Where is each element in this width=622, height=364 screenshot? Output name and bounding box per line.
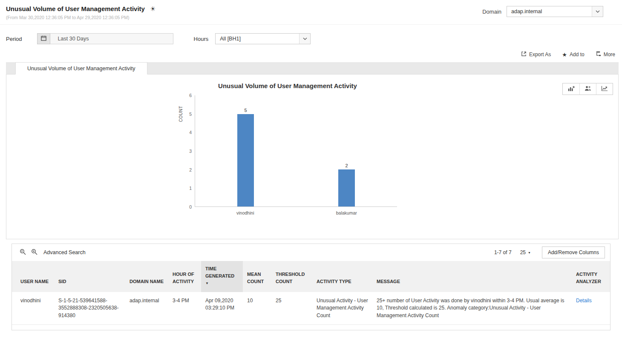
chart-x-labels: vinodhinibalakumar	[195, 210, 397, 215]
export-icon	[521, 51, 527, 58]
column-header-threshold-count[interactable]: THRESHOLD COUNT	[271, 261, 312, 292]
caret-down-icon: ▼	[528, 251, 531, 254]
users-icon	[585, 86, 591, 92]
chart-panel: Unusual Volume of User Management Activi…	[6, 74, 619, 239]
x-axis-label: balakumar	[296, 210, 397, 215]
hours-label: Hours	[194, 36, 209, 42]
bar-slot-vinodhini[interactable]: 5	[195, 95, 296, 206]
column-header-activity-analyzer[interactable]: ACTIVITY ANALYZER	[572, 261, 610, 292]
bar-chart-plus-icon	[568, 86, 575, 93]
users-view-button[interactable]	[579, 83, 596, 95]
more-button[interactable]: More	[596, 51, 615, 58]
calendar-icon	[41, 35, 46, 42]
search-button[interactable]	[17, 247, 29, 258]
domain-select-value: adap.internal	[507, 9, 542, 14]
cell-domain-name: adap.internal	[125, 292, 168, 325]
pagination-status: 1-7 of 7	[494, 249, 512, 255]
page-header: Unusual Volume of User Management Activi…	[0, 0, 622, 25]
column-header-hour-of-activity[interactable]: HOUR OF ACTIVITY	[168, 261, 201, 292]
column-header-sid[interactable]: SID	[54, 261, 125, 292]
column-header-activity-type[interactable]: ACTIVITY TYPE	[312, 261, 372, 292]
bar-value-label: 5	[244, 108, 247, 113]
line-chart-icon	[601, 86, 608, 92]
cell-time-generated: Apr 09,2020 03:29:10 PM	[201, 292, 243, 325]
column-header-time-generated[interactable]: TIME GENERATED ▼	[201, 261, 243, 292]
bar-slot-balakumar[interactable]: 2	[296, 95, 397, 206]
add-to-button[interactable]: ★ Add to	[562, 52, 584, 57]
insights-icon[interactable]: ☀	[150, 6, 156, 12]
search-icon	[20, 249, 26, 256]
column-header-user-name[interactable]: USER NAME	[12, 261, 54, 292]
page-title: Unusual Volume of User Management Activi…	[6, 5, 145, 12]
period-input[interactable]: Last 30 Days	[50, 33, 173, 44]
chart-toolbar	[562, 83, 613, 95]
hours-select-value: All [BH1]	[216, 36, 241, 42]
cell-message: 25+ number of User Activity was done by …	[372, 292, 572, 325]
chart-y-axis: 0123456	[184, 95, 195, 207]
chart: Unusual Volume of User Management Activi…	[177, 82, 398, 215]
y-tick-label: 1	[189, 186, 192, 191]
cell-activity-type: Unusual Activity - User Management Activ…	[312, 292, 372, 325]
results-table: USER NAME SID DOMAIN NAME HOUR OF ACTIVI…	[12, 261, 610, 325]
column-header-domain-name[interactable]: DOMAIN NAME	[125, 261, 168, 292]
cell-activity-analyzer: Details	[572, 292, 610, 325]
actions-row: Export As ★ Add to More	[0, 44, 622, 62]
column-header-mean-count[interactable]: MEAN COUNT	[243, 261, 271, 292]
cell-user-name: vinodhini	[12, 292, 54, 325]
hours-select[interactable]: All [BH1]	[215, 33, 311, 44]
chart-plot: 52	[195, 95, 397, 207]
table-header-row: USER NAME SID DOMAIN NAME HOUR OF ACTIVI…	[12, 261, 610, 292]
domain-block: Domain adap.internal	[482, 6, 603, 17]
column-header-message[interactable]: MESSAGE	[372, 261, 572, 292]
advanced-search-button[interactable]	[29, 247, 40, 258]
chevron-down-icon	[299, 34, 310, 44]
sort-desc-icon: ▼	[205, 282, 239, 285]
table-row: vinodhiniS-1-5-21-539641588-3552888308-2…	[12, 292, 610, 325]
y-tick-label: 4	[189, 130, 192, 135]
add-chart-button[interactable]	[563, 83, 579, 95]
y-tick-label: 0	[189, 204, 192, 209]
y-tick-label: 6	[189, 93, 192, 98]
y-tick-label: 2	[189, 167, 192, 172]
bar-value-label: 2	[345, 163, 348, 168]
bar-balakumar[interactable]	[338, 169, 355, 206]
page-size-select[interactable]: 25 ▼	[520, 249, 531, 255]
table-body: vinodhiniS-1-5-21-539641588-3552888308-2…	[12, 292, 610, 325]
x-axis-label: vinodhini	[195, 210, 296, 215]
chevron-down-icon	[592, 6, 603, 17]
calendar-button[interactable]	[37, 33, 50, 44]
results-panel: Advanced Search 1-7 of 7 25 ▼ Add/Remove…	[12, 244, 610, 330]
tab-bar: Unusual Volume of User Management Activi…	[6, 62, 619, 74]
tab-unusual-volume[interactable]: Unusual Volume of User Management Activi…	[15, 62, 147, 75]
cell-sid: S-1-5-21-539641588-3552888308-2320505638…	[54, 292, 125, 325]
filter-row: Period Last 30 Days Hours All [BH1]	[0, 25, 622, 44]
cell-mean-count: 10	[243, 292, 271, 325]
y-axis-title: COUNT	[177, 95, 184, 207]
y-tick-label: 5	[189, 112, 192, 117]
line-chart-button[interactable]	[596, 83, 613, 95]
period-label: Period	[6, 36, 22, 42]
report-date-range: (From Mar 30,2020 12:36:05 PM to Apr 29,…	[6, 15, 156, 20]
domain-label: Domain	[482, 9, 501, 15]
search-plus-icon	[31, 249, 37, 256]
star-icon: ★	[562, 52, 567, 57]
table-toolbar: Advanced Search 1-7 of 7 25 ▼ Add/Remove…	[12, 244, 610, 261]
cell-hour-of-activity: 3-4 PM	[168, 292, 201, 325]
chart-title: Unusual Volume of User Management Activi…	[177, 82, 398, 89]
export-as-button[interactable]: Export As	[521, 51, 551, 58]
advanced-search-label[interactable]: Advanced Search	[43, 249, 86, 255]
more-icon	[596, 51, 601, 58]
add-remove-columns-button[interactable]: Add/Remove Columns	[542, 246, 605, 258]
details-link[interactable]: Details	[576, 298, 592, 304]
domain-select[interactable]: adap.internal	[507, 6, 603, 17]
title-block: Unusual Volume of User Management Activi…	[6, 5, 156, 20]
cell-threshold-count: 25	[271, 292, 312, 325]
y-tick-label: 3	[189, 149, 192, 154]
bar-vinodhini[interactable]	[237, 114, 254, 207]
